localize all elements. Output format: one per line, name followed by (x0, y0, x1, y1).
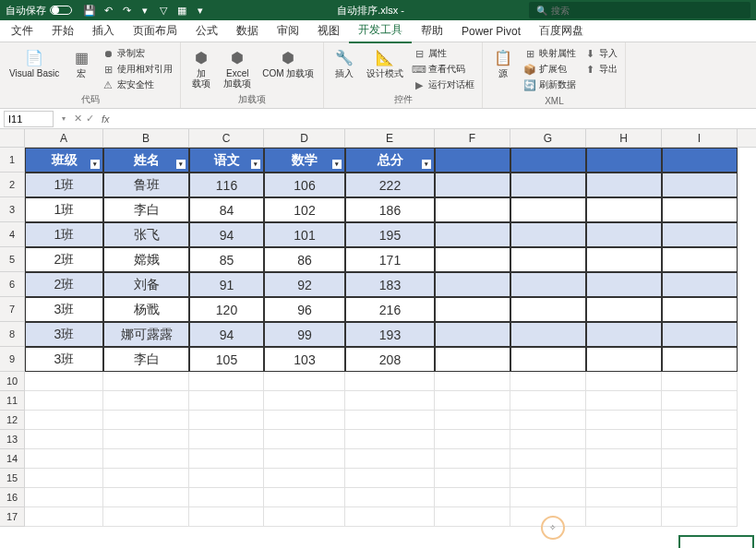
cell-C2[interactable]: 116 (189, 173, 264, 197)
record-macro-button[interactable]: ⏺录制宏 (100, 46, 174, 61)
cell-B8[interactable]: 娜可露露 (103, 322, 189, 347)
filter-dropdown-icon[interactable] (251, 160, 260, 169)
filter-dropdown-icon[interactable] (422, 160, 431, 169)
cell-F10[interactable] (435, 372, 510, 391)
cell-E7[interactable]: 216 (345, 297, 435, 322)
cell-E11[interactable] (345, 391, 435, 411)
cell-H14[interactable] (586, 449, 662, 469)
cell-B10[interactable] (103, 372, 189, 391)
cell-G15[interactable] (510, 469, 586, 488)
cell-D16[interactable] (264, 488, 345, 507)
cell-B13[interactable] (103, 430, 189, 449)
cell-G5[interactable] (510, 247, 586, 272)
cell-F4[interactable] (435, 222, 510, 247)
column-header-B[interactable]: B (103, 129, 189, 147)
cell-C17[interactable] (189, 507, 264, 527)
cell-B16[interactable] (103, 488, 189, 507)
cell-F5[interactable] (435, 247, 510, 272)
cell-E9[interactable]: 208 (345, 347, 435, 372)
cell-D6[interactable]: 92 (264, 272, 345, 297)
cell-F1[interactable] (435, 148, 510, 173)
cell-E10[interactable] (345, 372, 435, 391)
cell-B1[interactable]: 姓名 (103, 148, 189, 173)
cell-H9[interactable] (586, 347, 662, 372)
cell-C14[interactable] (189, 449, 264, 469)
cell-A13[interactable] (25, 430, 103, 449)
spreadsheet-grid[interactable]: ABCDEFGHI 1班级姓名语文数学总分21班鲁班11610622231班李白… (0, 129, 756, 527)
cell-I2[interactable] (662, 173, 738, 197)
cell-H2[interactable] (586, 173, 662, 197)
filter-icon[interactable]: ▽ (157, 4, 170, 17)
cell-D5[interactable]: 86 (264, 247, 345, 272)
cell-I6[interactable] (662, 272, 738, 297)
row-header[interactable]: 3 (0, 197, 25, 222)
cell-C8[interactable]: 94 (189, 322, 264, 347)
tab-帮助[interactable]: 帮助 (412, 19, 452, 42)
row-header[interactable]: 17 (0, 507, 25, 527)
row-header[interactable]: 12 (0, 411, 25, 430)
cell-I17[interactable] (662, 507, 738, 527)
cell-D2[interactable]: 106 (264, 173, 345, 197)
refresh-button[interactable]: 🔄刷新数据 (522, 77, 578, 92)
cell-C6[interactable]: 91 (189, 272, 264, 297)
cell-D9[interactable]: 103 (264, 347, 345, 372)
cell-G4[interactable] (510, 222, 586, 247)
cell-F14[interactable] (435, 449, 510, 469)
cell-C1[interactable]: 语文 (189, 148, 264, 173)
cell-D7[interactable]: 96 (264, 297, 345, 322)
cell-H3[interactable] (586, 197, 662, 222)
cell-B3[interactable]: 李白 (103, 197, 189, 222)
row-header[interactable]: 11 (0, 391, 25, 411)
cell-B6[interactable]: 刘备 (103, 272, 189, 297)
excel-addins-button[interactable]: ⬢ Excel 加载项 (220, 46, 255, 90)
row-header[interactable]: 8 (0, 322, 25, 347)
cell-G10[interactable] (510, 372, 586, 391)
cell-I14[interactable] (662, 449, 738, 469)
cell-C15[interactable] (189, 469, 264, 488)
cell-C3[interactable]: 84 (189, 197, 264, 222)
insert-button[interactable]: 🔧 插入 (330, 46, 359, 80)
name-box[interactable] (4, 111, 54, 127)
filter-dropdown-icon[interactable] (90, 160, 100, 169)
row-header[interactable]: 16 (0, 488, 25, 507)
cell-E16[interactable] (345, 488, 435, 507)
column-header-E[interactable]: E (345, 129, 435, 147)
tab-视图[interactable]: 视图 (308, 19, 349, 42)
row-header[interactable]: 5 (0, 247, 25, 272)
filter-dropdown-icon[interactable] (332, 160, 342, 169)
qat-item-icon[interactable]: ▦ (175, 4, 188, 17)
cell-G13[interactable] (510, 430, 586, 449)
cell-A9[interactable]: 3班 (25, 347, 103, 372)
com-addins-button[interactable]: ⬢ COM 加载项 (258, 46, 318, 80)
cell-D4[interactable]: 101 (264, 222, 345, 247)
cell-A7[interactable]: 3班 (25, 297, 103, 322)
cell-H8[interactable] (586, 322, 662, 347)
cell-A6[interactable]: 2班 (25, 272, 103, 297)
cell-I3[interactable] (662, 197, 738, 222)
cell-D13[interactable] (264, 430, 345, 449)
cell-D10[interactable] (264, 372, 345, 391)
cell-H6[interactable] (586, 272, 662, 297)
cell-E2[interactable]: 222 (345, 173, 435, 197)
cell-I10[interactable] (662, 372, 738, 391)
cell-H17[interactable] (586, 507, 662, 527)
row-header[interactable]: 14 (0, 449, 25, 469)
cell-A1[interactable]: 班级 (25, 148, 103, 173)
cell-C9[interactable]: 105 (189, 347, 264, 372)
cell-B5[interactable]: 嫦娥 (103, 247, 189, 272)
cell-E5[interactable]: 171 (345, 247, 435, 272)
expansion-button[interactable]: 📦扩展包 (522, 62, 578, 77)
relative-ref-button[interactable]: ⊞使用相对引用 (100, 62, 174, 77)
cell-F6[interactable] (435, 272, 510, 297)
cell-B4[interactable]: 张飞 (103, 222, 189, 247)
save-icon[interactable]: 💾 (83, 4, 96, 17)
cell-H12[interactable] (586, 411, 662, 430)
map-props-button[interactable]: ⊞映射属性 (522, 46, 578, 61)
cell-C4[interactable]: 94 (189, 222, 264, 247)
cell-H16[interactable] (586, 488, 662, 507)
tab-百度网盘[interactable]: 百度网盘 (530, 19, 593, 42)
formula-input[interactable] (114, 111, 756, 127)
cell-G17[interactable] (510, 507, 586, 527)
row-header[interactable]: 6 (0, 272, 25, 297)
cell-I16[interactable] (662, 488, 738, 507)
